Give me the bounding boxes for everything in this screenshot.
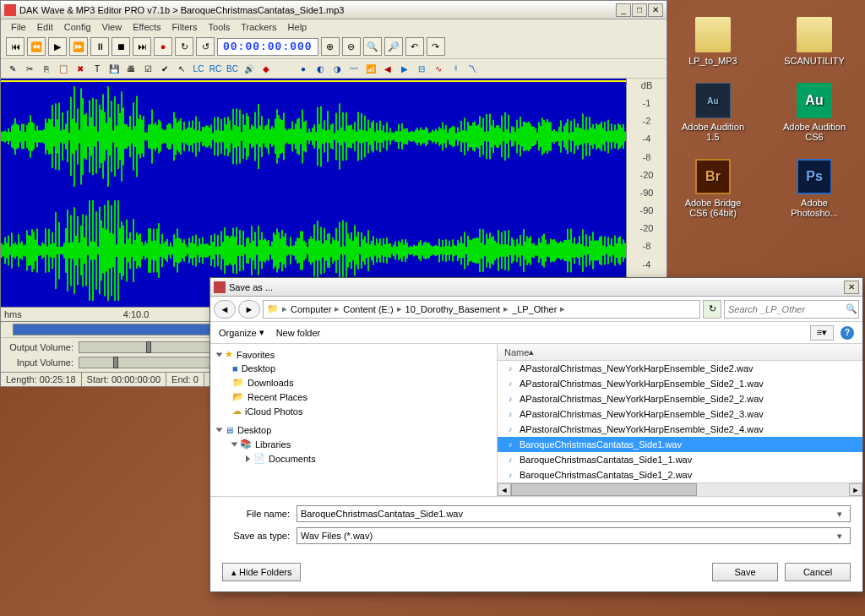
tree-favorites[interactable]: ★Favorites <box>217 347 490 362</box>
file-row[interactable]: ♪APastoralChristmas_NewYorkHarpEnsemble_… <box>498 406 862 422</box>
spectrum-icon[interactable]: ⫲ <box>449 62 462 75</box>
file-name-combo[interactable]: ▾ <box>296 505 851 522</box>
loop-end-button[interactable]: ↺ <box>196 37 215 56</box>
hscroll-right[interactable]: ► <box>849 483 862 496</box>
desktop-icon-lp-to-mp3[interactable]: LP_to_MP3 <box>679 17 747 66</box>
help-button[interactable]: ? <box>841 326 854 340</box>
loop-start-button[interactable]: ↻ <box>175 37 193 56</box>
wave-icon[interactable]: 〰 <box>347 62 361 75</box>
cut-icon[interactable]: ✂ <box>23 62 36 75</box>
menu-edit[interactable]: Edit <box>32 21 58 33</box>
maximize-button[interactable]: □ <box>632 3 647 17</box>
effect-2-icon[interactable]: ◐ <box>313 62 327 75</box>
bc-folder[interactable]: 10_Dorothy_Basement <box>405 304 501 314</box>
effect-1-icon[interactable]: ● <box>296 62 310 75</box>
menu-help[interactable]: Help <box>283 21 313 33</box>
file-row[interactable]: ♪BaroqueChristmasCantatas_Side1.wav <box>498 437 862 452</box>
fade-l-icon[interactable]: ◀ <box>381 62 394 75</box>
save-icon[interactable]: 💾 <box>107 62 121 75</box>
file-row[interactable]: ♪BaroqueChristmasCantatas_Side1_2.wav <box>498 467 862 482</box>
file-hscrollbar[interactable]: ◄ ► <box>498 482 862 496</box>
menu-config[interactable]: Config <box>59 21 96 33</box>
file-list[interactable]: ♪APastoralChristmas_NewYorkHarpEnsemble_… <box>498 361 862 482</box>
new-icon[interactable]: ✎ <box>6 62 19 75</box>
chevron-down-icon[interactable]: ▾ <box>833 531 846 542</box>
stop-button[interactable]: ⏹ <box>112 37 130 56</box>
skip-end-button[interactable]: ⏭ <box>133 37 151 56</box>
eq-icon[interactable]: 📶 <box>364 62 378 75</box>
check-icon[interactable]: ✔ <box>158 62 171 75</box>
tree-downloads[interactable]: 📁Downloads <box>217 375 490 390</box>
new-folder-button[interactable]: New folder <box>276 328 321 338</box>
tree-desktop-root[interactable]: 🖥Desktop <box>217 423 490 437</box>
peak-icon[interactable]: ∿ <box>432 62 445 75</box>
file-row[interactable]: ♪APastoralChristmas_NewYorkHarpEnsemble_… <box>498 361 862 376</box>
zoom-sel-button[interactable]: 🔎 <box>384 37 403 56</box>
chevron-down-icon[interactable]: ▾ <box>833 509 846 520</box>
undo-button[interactable]: ↶ <box>405 37 424 56</box>
desktop-icon-adobe-audition-cs6[interactable]: AuAdobe Audition CS6 <box>781 83 848 142</box>
file-row[interactable]: ♪APastoralChristmas_NewYorkHarpEnsemble_… <box>498 422 862 437</box>
zoom-in-button[interactable]: ⊕ <box>321 37 340 56</box>
menu-file[interactable]: File <box>6 21 31 33</box>
prefs-icon[interactable]: ☑ <box>141 62 155 75</box>
pause-button[interactable]: ⏸ <box>90 37 109 56</box>
search-input[interactable] <box>728 304 846 314</box>
speaker-icon[interactable]: 🔊 <box>242 62 256 75</box>
tree-recent[interactable]: 📂Recent Places <box>217 390 490 404</box>
refresh-button[interactable]: ↻ <box>703 300 721 319</box>
save-button[interactable]: Save <box>712 563 778 581</box>
hscroll-thumb[interactable] <box>511 483 697 496</box>
nav-back-button[interactable]: ◄ <box>214 300 236 319</box>
view-mode-button[interactable]: ≡▾ <box>810 325 834 341</box>
menu-trackers[interactable]: Trackers <box>236 21 281 33</box>
hide-folders-button[interactable]: ▴ Hide Folders <box>222 563 301 581</box>
delete-icon[interactable]: ✖ <box>73 62 87 75</box>
breadcrumb[interactable]: 📁 ▸ Computer▸ Content (E:)▸ 10_Dorothy_B… <box>263 300 700 319</box>
tree-libraries[interactable]: 📚Libraries <box>217 437 490 451</box>
rc-channel-button[interactable]: RC <box>209 62 222 75</box>
menu-effects[interactable]: Effects <box>128 21 166 33</box>
waveform-area[interactable]: dB -1 -2 -4 -8 -20 -90 -90 -20 -8 -4 -2 … <box>1 79 666 307</box>
organize-menu[interactable]: Organize ▾ <box>219 327 264 338</box>
cursor-icon[interactable]: ↖ <box>175 62 188 75</box>
play-button[interactable]: ▶ <box>48 37 67 56</box>
file-name-input[interactable] <box>301 509 833 519</box>
column-header-name[interactable]: Name ▴ <box>498 344 862 361</box>
desktop-icon-adobe-audition-1-5[interactable]: AuAdobe Audition 1.5 <box>679 83 747 142</box>
dialog-titlebar[interactable]: Save as ... ✕ <box>210 278 862 297</box>
desktop-icon-adobe-photosho-[interactable]: PsAdobe Photosho... <box>781 159 848 218</box>
bc-drive[interactable]: Content (E:) <box>343 304 393 314</box>
menu-filters[interactable]: Filters <box>167 21 203 33</box>
bc-computer[interactable]: Computer <box>291 304 331 314</box>
lc-channel-button[interactable]: LC <box>192 62 205 75</box>
file-row[interactable]: ♪APastoralChristmas_NewYorkHarpEnsemble_… <box>498 376 862 391</box>
cancel-button[interactable]: Cancel <box>785 563 851 581</box>
zoom-out-button[interactable]: ⊖ <box>342 37 361 56</box>
marker-icon[interactable]: ◆ <box>259 62 273 75</box>
skip-start-button[interactable]: ⏮ <box>6 37 24 56</box>
desktop-icon-scanutility[interactable]: SCANUTILITY <box>781 17 848 66</box>
menu-view[interactable]: View <box>97 21 128 33</box>
output-volume-l-slider[interactable] <box>79 341 214 353</box>
minimize-button[interactable]: _ <box>616 3 631 17</box>
trim-icon[interactable]: ⊟ <box>415 62 428 75</box>
search-icon[interactable]: 🔍 <box>846 303 857 314</box>
print-icon[interactable]: 🖶 <box>124 62 138 75</box>
save-type-input[interactable] <box>301 531 833 541</box>
save-type-combo[interactable]: ▾ <box>296 527 851 544</box>
hscroll-left[interactable]: ◄ <box>498 483 511 496</box>
rewind-button[interactable]: ⏪ <box>27 37 46 56</box>
desktop-icon-adobe-bridge-cs6-64bit-[interactable]: BrAdobe Bridge CS6 (64bit) <box>679 159 747 218</box>
paste-icon[interactable]: 📋 <box>57 62 70 75</box>
redo-button[interactable]: ↷ <box>427 37 445 56</box>
close-button[interactable]: ✕ <box>648 3 663 17</box>
titlebar[interactable]: DAK Wave & MP3 Editor PRO v7.1b > Baroqu… <box>1 1 666 19</box>
file-row[interactable]: ♪BaroqueChristmasCantatas_Side1_1.wav <box>498 452 862 467</box>
analyze-icon[interactable]: 〽 <box>465 62 479 75</box>
search-box[interactable]: 🔍 <box>724 300 859 319</box>
tree-icloud[interactable]: ☁iCloud Photos <box>217 404 490 418</box>
waveform-left-channel[interactable] <box>1 79 626 193</box>
nav-forward-button[interactable]: ► <box>238 300 260 319</box>
fade-r-icon[interactable]: ▶ <box>398 62 411 75</box>
